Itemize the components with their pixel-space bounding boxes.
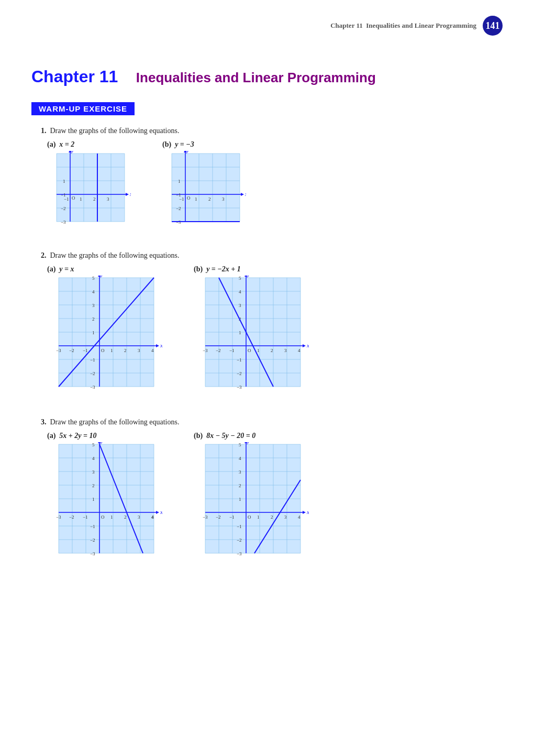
svg-text:O: O [248,348,251,353]
svg-text:4: 4 [92,456,95,461]
svg-marker-77 [156,344,159,347]
svg-text:−2: −2 [176,206,181,211]
svg-text:3: 3 [92,469,95,475]
svg-text:−3: −3 [237,385,242,390]
svg-text:1: 1 [195,196,197,202]
svg-text:O: O [72,195,75,201]
graph-3b-grid: x y −3 −2 −1 O 1 2 3 4 5 4 3 2 1 −1 −2 [194,442,309,570]
svg-text:3: 3 [239,469,241,475]
svg-text:x: x [160,509,162,515]
svg-text:−2: −2 [237,371,242,376]
svg-text:O: O [248,514,251,520]
svg-text:3: 3 [138,348,140,353]
svg-text:1: 1 [239,330,241,335]
graph-2a: (a) y = x [47,265,162,403]
graph-3a-label: (a) 5x + 2y = 10 [47,432,162,440]
svg-text:x: x [306,509,309,515]
svg-text:−1: −1 [229,514,235,520]
svg-text:1: 1 [92,497,95,502]
svg-text:3: 3 [284,514,287,520]
graph-1b-grid: x y 1 2 3 1 −1 −2 −3 −1 O [162,151,246,237]
exercise-1-desc: 1. Draw the graphs of the following equa… [41,127,503,135]
svg-text:−3: −3 [90,385,95,390]
svg-text:4: 4 [239,289,241,294]
svg-text:2: 2 [208,196,211,202]
svg-text:−3: −3 [56,348,61,353]
svg-text:5: 5 [92,276,95,281]
svg-marker-159 [156,511,159,514]
svg-text:−3: −3 [90,551,95,556]
svg-text:y: y [100,442,103,444]
svg-text:−2: −2 [69,348,74,353]
graph-1b-label: (b) y = −3 [162,140,246,149]
svg-text:−3: −3 [203,348,208,353]
svg-text:3: 3 [284,348,287,353]
graph-2a-grid: x y −3 −2 −1 O 1 2 3 4 5 4 3 2 1 [47,276,162,403]
svg-text:y: y [247,276,250,278]
svg-text:−2: −2 [237,538,242,543]
svg-text:3: 3 [239,303,241,308]
svg-text:−2: −2 [90,371,95,376]
svg-text:x: x [306,342,309,348]
svg-text:−1: −1 [90,357,95,363]
svg-text:−2: −2 [69,514,74,520]
svg-text:5: 5 [239,276,241,281]
header-chapter-ref: Chapter 11 Inequalities and Linear Progr… [330,21,476,30]
header-chapter-label: Chapter 11 [330,21,363,29]
exercise-2-graphs: (a) y = x [47,265,503,403]
svg-text:4: 4 [151,348,154,353]
page-header: Chapter 11 Inequalities and Linear Progr… [31,10,503,46]
svg-text:O: O [101,514,105,520]
svg-text:−1: −1 [179,196,184,202]
chapter-title: Chapter 11 Inequalities and Linear Progr… [31,67,503,86]
svg-text:2: 2 [124,514,127,520]
svg-text:−2: −2 [90,538,95,543]
svg-text:y: y [71,151,74,154]
svg-text:1: 1 [257,514,260,520]
svg-text:O: O [187,195,191,201]
graph-2b-label: (b) y = −2x + 1 [194,265,309,273]
svg-text:3: 3 [222,196,225,202]
svg-text:3: 3 [92,303,95,308]
svg-text:5: 5 [239,442,241,447]
svg-marker-201 [303,511,306,514]
svg-text:−2: −2 [61,206,66,211]
header-subtitle: Inequalities and Linear Programming [366,21,476,29]
svg-text:y: y [100,276,103,278]
graph-1a: (a) x = 2 [47,140,131,237]
svg-text:x: x [129,191,131,197]
graph-3b-label: (b) 8x − 5y − 20 = 0 [194,432,309,440]
svg-text:y: y [247,442,250,444]
svg-text:2: 2 [92,483,95,488]
graph-1a-grid: x y 1 2 3 1 −1 −2 −3 −1 O [47,151,131,237]
exercise-1: 1. Draw the graphs of the following equa… [31,127,503,237]
svg-text:−1: −1 [237,357,242,363]
svg-text:2: 2 [124,348,127,353]
exercise-2: 2. Draw the graphs of the following equa… [31,251,503,403]
exercise-3-graphs: (a) 5x + 2y = 10 [47,432,503,570]
svg-text:1: 1 [178,179,181,184]
svg-text:2: 2 [239,483,241,488]
svg-marker-14 [126,193,129,196]
graph-1b: (b) y = −3 [162,140,246,237]
svg-marker-118 [303,344,306,347]
svg-text:y: y [186,151,189,154]
chapter-name-display: Inequalities and Linear Programming [128,70,375,85]
graph-1a-label: (a) x = 2 [47,140,131,149]
svg-text:3: 3 [107,196,109,202]
exercise-1-graphs: (a) x = 2 [47,140,503,237]
svg-text:−2: −2 [216,348,221,353]
svg-text:4: 4 [298,514,301,520]
svg-text:2: 2 [271,514,273,520]
svg-text:1: 1 [239,497,241,502]
svg-text:−3: −3 [237,551,242,556]
exercise-3: 3. Draw the graphs of the following equa… [31,418,503,570]
graph-2b: (b) y = −2x + 1 [194,265,309,403]
chapter-number: Chapter 11 [31,67,118,86]
graph-3a: (a) 5x + 2y = 10 [47,432,162,570]
graph-2b-grid: x y −3 −2 −1 O 1 2 3 4 5 4 3 2 1 −1 −2 [194,276,309,403]
graph-3a-grid: x y −3 −2 −1 O 1 2 3 4 4 5 4 3 2 1 [47,442,162,570]
svg-text:2: 2 [271,348,273,353]
svg-text:x: x [160,342,162,348]
svg-text:1: 1 [92,330,95,335]
